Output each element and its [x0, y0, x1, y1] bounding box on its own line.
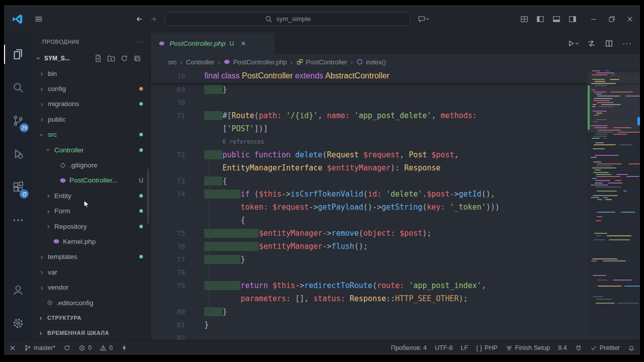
- sticky-scroll[interactable]: 15final class PostController extends Abs…: [151, 69, 640, 83]
- status-item-prettier[interactable]: Prettier: [590, 340, 620, 355]
- status-item-ports[interactable]: [575, 340, 582, 355]
- activity-source-control[interactable]: 29: [4, 104, 32, 137]
- breadcrumb-item-1[interactable]: Controller: [186, 58, 214, 66]
- status-item-language-mode[interactable]: { }PHP: [476, 340, 498, 355]
- code-line[interactable]: ['POST'])]: [151, 122, 640, 135]
- editor-more-icon[interactable]: ···: [622, 39, 632, 48]
- code-line[interactable]: 80····}: [151, 305, 640, 318]
- restore-icon[interactable]: [608, 15, 616, 23]
- code-line[interactable]: 77········}: [151, 253, 640, 266]
- status-item-eol[interactable]: LF: [461, 340, 468, 355]
- line-number[interactable]: [151, 292, 204, 305]
- activity-more[interactable]: [4, 204, 32, 237]
- tree-item-config[interactable]: ›config: [32, 81, 150, 96]
- status-item-errors[interactable]: 0: [78, 340, 92, 355]
- code-line[interactable]: 72····public function delete(Request $re…: [151, 148, 640, 161]
- code-line[interactable]: 15final class PostController extends Abs…: [151, 69, 640, 82]
- code-line[interactable]: 70: [151, 96, 640, 109]
- tree-item-repository[interactable]: ›Repository: [32, 219, 150, 234]
- compare-changes-icon[interactable]: [587, 39, 596, 48]
- collapse-all-icon[interactable]: [133, 54, 141, 62]
- line-number[interactable]: [151, 122, 204, 135]
- line-number[interactable]: 69: [151, 83, 204, 96]
- tree-item-entity[interactable]: ›Entity: [32, 188, 150, 203]
- code-line[interactable]: 78: [151, 266, 640, 279]
- line-number[interactable]: 81: [151, 318, 204, 331]
- codelens-line[interactable]: 6 references: [151, 135, 640, 148]
- status-item-indentation[interactable]: Пробелов: 4: [391, 340, 427, 355]
- scrollbar-thumb[interactable]: [637, 117, 640, 125]
- tree-item-public[interactable]: ›public: [32, 112, 150, 127]
- status-item-quick-action[interactable]: [121, 340, 128, 355]
- new-file-icon[interactable]: [94, 54, 102, 62]
- tree-item-templates[interactable]: ›templates: [32, 249, 150, 264]
- status-item-warnings[interactable]: 0: [100, 340, 113, 355]
- customize-layout-icon[interactable]: [520, 15, 528, 23]
- code-line[interactable]: 81}: [151, 318, 640, 331]
- tree-item-gitignore[interactable]: .gitignore: [32, 157, 150, 172]
- tab-close-icon[interactable]: ×: [241, 39, 246, 48]
- minimize-icon[interactable]: [590, 15, 598, 23]
- code-line[interactable]: token: $request->getPayload()->getString…: [151, 201, 640, 214]
- tree-item-postcontroller[interactable]: PostController...U: [32, 173, 150, 188]
- toggle-panel-icon[interactable]: [552, 15, 560, 23]
- tree-item-bin[interactable]: ›bin: [32, 66, 150, 81]
- chevron-down-icon[interactable]: ›: [424, 18, 432, 20]
- status-item-finish-setup[interactable]: Finish Setup: [506, 340, 550, 355]
- code-line[interactable]: 74········if ($this->isCsrfTokenValid(id…: [151, 188, 640, 201]
- status-item-git-branch[interactable]: master*: [24, 340, 55, 355]
- tree-item-editorconfig[interactable]: .editorconfig: [32, 295, 150, 310]
- new-folder-icon[interactable]: [107, 54, 115, 62]
- activity-extensions[interactable]: [4, 170, 32, 204]
- line-number[interactable]: [151, 161, 204, 174]
- code-line[interactable]: 71····#[Route(path: '/{id}', name: 'app_…: [151, 109, 640, 122]
- breadcrumb-item-2[interactable]: PostController.php: [223, 58, 287, 66]
- run-button[interactable]: ›: [567, 39, 578, 48]
- tree-item-form[interactable]: ›Form: [32, 204, 150, 219]
- line-number[interactable]: 80: [151, 305, 204, 318]
- line-number[interactable]: 78: [151, 266, 204, 279]
- status-item-encoding[interactable]: UTF-8: [435, 340, 452, 355]
- tree-item-migrations[interactable]: ›migrations: [32, 97, 150, 112]
- tree-item-var[interactable]: ›var: [32, 264, 150, 280]
- activity-search[interactable]: [4, 71, 32, 104]
- tree-item-kernel-php[interactable]: Kernel.php: [32, 234, 150, 249]
- sidebar-more-icon[interactable]: ···: [136, 39, 143, 45]
- activity-explorer[interactable]: [4, 38, 32, 71]
- breadcrumb-item-0[interactable]: src: [168, 58, 177, 66]
- sidebar-scrollbar[interactable]: [147, 168, 149, 224]
- code-line[interactable]: 69····}: [151, 83, 640, 96]
- line-number[interactable]: [151, 201, 204, 214]
- activity-account[interactable]: [4, 274, 32, 307]
- toggle-sidebar-icon[interactable]: [536, 15, 544, 23]
- tree-item-src[interactable]: ›src: [32, 127, 150, 142]
- code-line[interactable]: EntityManagerInterface $entityManager): …: [151, 161, 640, 174]
- line-number[interactable]: 73: [151, 174, 204, 188]
- command-center-search[interactable]: sym_simple: [165, 12, 411, 26]
- status-item-notifications[interactable]: [628, 340, 635, 355]
- minimap[interactable]: [588, 70, 640, 334]
- line-number[interactable]: 74: [151, 188, 204, 201]
- breadcrumb-item-4[interactable]: index(): [356, 58, 386, 66]
- nav-back-icon[interactable]: [135, 15, 143, 23]
- line-number[interactable]: [151, 135, 204, 148]
- activity-run-debug[interactable]: [4, 137, 32, 170]
- code-line[interactable]: parameters: [], status: Response::HTTP_S…: [151, 292, 640, 305]
- nav-forward-icon[interactable]: [150, 15, 158, 23]
- refresh-icon[interactable]: [120, 54, 128, 62]
- line-number[interactable]: 82: [151, 331, 204, 340]
- line-number[interactable]: 71: [151, 109, 204, 122]
- status-item-remote-indicator[interactable]: [9, 340, 16, 355]
- menu-hamburger-icon[interactable]: [34, 15, 43, 24]
- code-line[interactable]: {: [151, 214, 640, 227]
- line-number[interactable]: 75: [151, 227, 204, 240]
- split-editor-icon[interactable]: [605, 39, 613, 48]
- tree-item-vendor[interactable]: ›vendor: [32, 280, 150, 295]
- code-line[interactable]: 73····{: [151, 174, 640, 188]
- tab-postcontroller[interactable]: PostController.php U ×: [151, 33, 276, 54]
- code-line[interactable]: 79········return $this->redirectToRoute(…: [151, 279, 640, 292]
- status-item-git-sync[interactable]: [63, 340, 70, 355]
- line-number[interactable]: 15: [151, 69, 204, 82]
- code-line[interactable]: 75············$entityManager->remove(obj…: [151, 227, 640, 240]
- activity-settings[interactable]: [4, 307, 32, 340]
